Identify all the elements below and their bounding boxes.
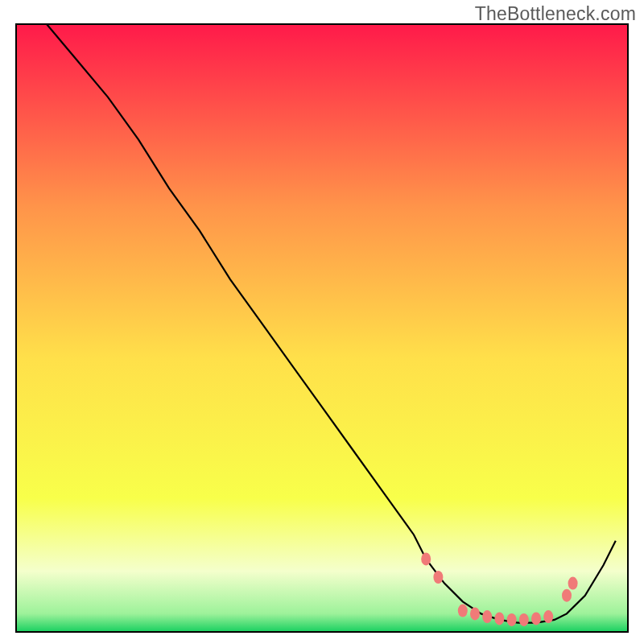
gradient-background: [16, 24, 628, 632]
highlight-marker: [543, 610, 553, 623]
highlight-marker: [494, 612, 504, 625]
highlight-marker: [421, 552, 431, 565]
watermark-text: TheBottleneck.com: [475, 3, 636, 25]
highlight-marker: [482, 610, 492, 623]
chart-container: TheBottleneck.com: [0, 0, 644, 644]
highlight-marker: [562, 589, 572, 602]
highlight-marker: [507, 613, 517, 626]
bottleneck-chart: [0, 0, 644, 644]
highlight-marker: [519, 613, 529, 626]
highlight-marker: [531, 612, 541, 625]
highlight-marker: [433, 571, 443, 584]
highlight-marker: [568, 577, 578, 590]
highlight-marker: [470, 607, 480, 620]
highlight-marker: [458, 605, 468, 617]
